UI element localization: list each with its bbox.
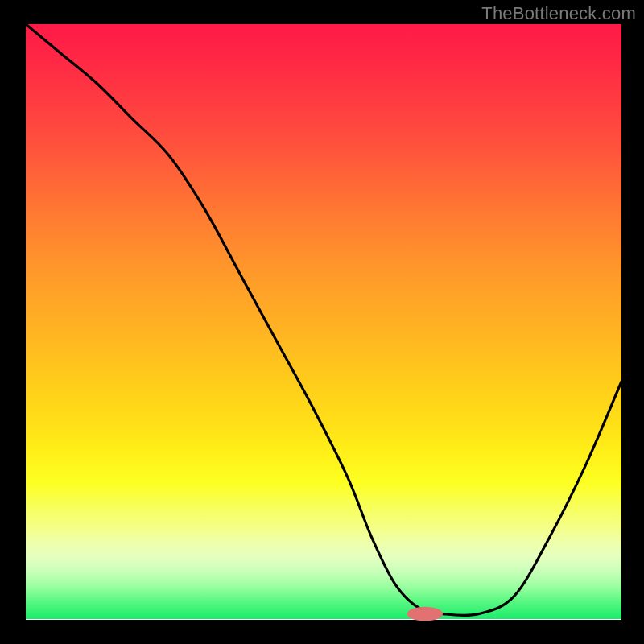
chart-plot-area [26, 24, 621, 620]
chart-marker [407, 607, 443, 621]
chart-curve [26, 24, 621, 616]
chart-frame [0, 0, 644, 644]
watermark-text: TheBottleneck.com [481, 3, 636, 24]
chart-curve-svg [26, 24, 621, 620]
